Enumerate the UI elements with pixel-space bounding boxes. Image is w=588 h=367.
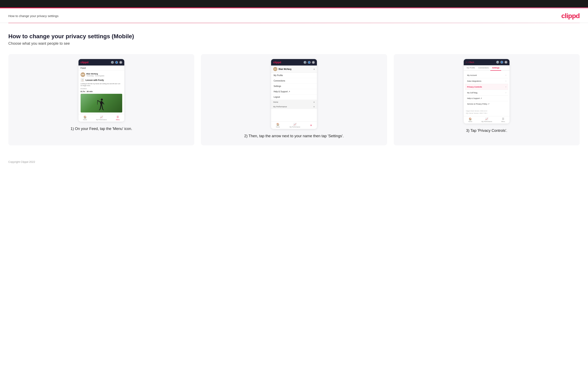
lesson-name: Lesson with Fordy bbox=[86, 79, 104, 81]
chevron-right-icon-4: › bbox=[506, 92, 506, 94]
home-section-label: Home bbox=[273, 101, 278, 103]
performance-section[interactable]: My Performance ∨ bbox=[271, 104, 317, 109]
profile-icon[interactable]: 👤 bbox=[115, 61, 118, 64]
svg-point-0 bbox=[101, 99, 103, 101]
nav-home[interactable]: 🏠 Home bbox=[83, 116, 87, 120]
nav-performance-label: My Performance bbox=[96, 119, 107, 120]
golf-bag-label: My Golf Bag bbox=[467, 92, 477, 94]
svg-line-2 bbox=[98, 100, 100, 102]
service-privacy-label: Service & Privacy Policy ↗ bbox=[467, 103, 490, 105]
chevron-right-icon: › bbox=[506, 74, 506, 76]
nav3-performance-label: My Performance bbox=[481, 121, 492, 122]
nav2-performance[interactable]: 📈 My Performance bbox=[290, 123, 300, 128]
settings-icon[interactable]: ⊕ bbox=[119, 61, 122, 64]
chart-icon-3: 📈 bbox=[485, 117, 488, 120]
search-icon-3[interactable]: 🔍 bbox=[496, 61, 499, 64]
menu-help[interactable]: Help & Support ↗ bbox=[271, 89, 317, 94]
settings-privacy-controls[interactable]: Privacy Controls › bbox=[465, 84, 508, 90]
profile-icon-2[interactable]: 👤 bbox=[308, 61, 311, 64]
data-integrations-label: Data Integrations bbox=[467, 80, 481, 82]
connections-label: Connections bbox=[274, 80, 285, 82]
menu-icon-3: ☰ bbox=[502, 117, 504, 120]
settings-icon-2[interactable]: ⊕ bbox=[312, 61, 315, 64]
golfer-silhouette bbox=[97, 98, 105, 112]
close-icon: ✕ bbox=[310, 124, 312, 127]
home-icon-2: 🏠 bbox=[276, 123, 279, 126]
feed-location: Yesterday · Sunningdale bbox=[86, 75, 104, 77]
phone-mockup-2: clippd 🔍 👤 ⊕ BM Blair McHarg ∧ bbox=[271, 59, 317, 129]
header-title: How to change your privacy settings bbox=[8, 14, 59, 18]
nav-performance[interactable]: 📈 My Performance bbox=[96, 116, 107, 120]
nav2-home[interactable]: 🏠 Home bbox=[276, 123, 280, 128]
home-icon-3: 🏠 bbox=[469, 117, 472, 120]
tab-my-profile[interactable]: My Profile bbox=[465, 65, 477, 71]
feed-user-info: Blair McHarg Yesterday · Sunningdale bbox=[86, 73, 104, 77]
nav3-home[interactable]: 🏠 Home bbox=[468, 117, 472, 122]
svg-line-6 bbox=[102, 105, 103, 109]
nav-menu[interactable]: ☰ Menu bbox=[116, 116, 120, 120]
step-3-card: < < Back 🔍 👤 ⊕ My Profile Connect bbox=[394, 54, 580, 145]
phone2-logo: clippd bbox=[273, 61, 281, 64]
settings-icon-3[interactable]: ⊕ bbox=[504, 61, 507, 64]
settings-back-bar: < < Back 🔍 👤 ⊕ bbox=[464, 59, 510, 65]
settings-tabs: My Profile Connections Settings bbox=[464, 65, 510, 71]
dropdown-user: BM Blair McHarg bbox=[273, 67, 292, 71]
tab-my-profile-label: My Profile bbox=[467, 67, 475, 69]
phone1-feed: BM Blair McHarg Yesterday · Sunningdale … bbox=[78, 71, 124, 114]
feed-golf-image bbox=[81, 94, 122, 112]
page-heading: How to change your privacy settings (Mob… bbox=[8, 33, 580, 40]
phone3-icons: 🔍 👤 ⊕ bbox=[496, 61, 507, 64]
back-label: < Back bbox=[468, 61, 474, 63]
search-icon[interactable]: 🔍 bbox=[111, 61, 114, 64]
feed-user-row: BM Blair McHarg Yesterday · Sunningdale bbox=[81, 72, 122, 77]
search-icon-2[interactable]: 🔍 bbox=[303, 61, 306, 64]
performance-chevron: ∨ bbox=[313, 106, 315, 108]
menu-logout[interactable]: Logout bbox=[271, 94, 317, 100]
phone2-icons: 🔍 👤 ⊕ bbox=[303, 61, 315, 64]
phone2-top-bar: clippd 🔍 👤 ⊕ bbox=[271, 59, 317, 66]
feed-username: Blair McHarg bbox=[86, 73, 104, 75]
settings-label: Settings bbox=[274, 85, 281, 87]
phone-mockup-3: < < Back 🔍 👤 ⊕ My Profile Connect bbox=[464, 59, 510, 124]
menu-settings[interactable]: Settings bbox=[271, 83, 317, 89]
help-label: Help & Support ↗ bbox=[274, 91, 290, 93]
profile-icon-3[interactable]: 👤 bbox=[500, 61, 503, 64]
nav3-menu[interactable]: ☰ Menu bbox=[502, 117, 505, 122]
feed-lesson-row: 📋 Lesson with Fordy bbox=[81, 78, 122, 82]
dropdown-menu: BM Blair McHarg ∧ My Profile Connections… bbox=[271, 66, 317, 121]
chevron-up-icon[interactable]: ∧ bbox=[313, 68, 315, 70]
tab-settings[interactable]: Settings bbox=[490, 65, 501, 71]
top-bar bbox=[0, 0, 588, 8]
nav3-performance[interactable]: 📈 My Performance bbox=[481, 117, 492, 122]
logout-label: Logout bbox=[274, 96, 280, 98]
settings-service-privacy[interactable]: Service & Privacy Policy ↗ bbox=[465, 101, 508, 107]
menu-connections[interactable]: Connections bbox=[271, 78, 317, 83]
home-section[interactable]: Home ∨ bbox=[271, 100, 317, 104]
dropdown-username: Blair McHarg bbox=[279, 68, 292, 70]
feed-avatar: BM bbox=[81, 72, 85, 77]
help-support-label: Help & Support ↗ bbox=[467, 97, 482, 99]
back-button[interactable]: < < Back bbox=[466, 61, 474, 63]
nav3-menu-label: Menu bbox=[502, 121, 505, 122]
performance-section-label: My Performance bbox=[273, 106, 287, 108]
dropdown-header: BM Blair McHarg ∧ bbox=[271, 66, 317, 73]
settings-help[interactable]: Help & Support ↗ bbox=[465, 96, 508, 101]
settings-data-integrations[interactable]: Data Integrations › bbox=[465, 78, 508, 84]
dropdown-avatar: BM bbox=[273, 67, 277, 71]
phone3-bottom-nav: 🏠 Home 📈 My Performance ☰ Menu bbox=[464, 116, 510, 124]
main-content: How to change your privacy settings (Mob… bbox=[0, 23, 588, 154]
svg-line-4 bbox=[97, 100, 98, 105]
settings-my-account[interactable]: My Account › bbox=[465, 72, 508, 78]
feed-duration-value: 01 hr : 30 min bbox=[81, 91, 122, 92]
nav2-close[interactable]: ✕ bbox=[310, 124, 312, 127]
header: How to change your privacy settings clip… bbox=[0, 8, 588, 23]
settings-golf-bag[interactable]: My Golf Bag › bbox=[465, 90, 508, 96]
tab-connections[interactable]: Connections bbox=[477, 65, 490, 71]
menu-my-profile[interactable]: My Profile bbox=[271, 73, 317, 78]
nav3-home-label: Home bbox=[468, 121, 472, 122]
back-chevron-icon: < bbox=[466, 61, 467, 63]
svg-point-1 bbox=[100, 101, 103, 105]
phone1-icons: 🔍 👤 ⊕ bbox=[111, 61, 122, 64]
nav-home-label: Home bbox=[83, 119, 87, 120]
phone1-top-bar: clippd 🔍 👤 ⊕ bbox=[78, 59, 124, 66]
